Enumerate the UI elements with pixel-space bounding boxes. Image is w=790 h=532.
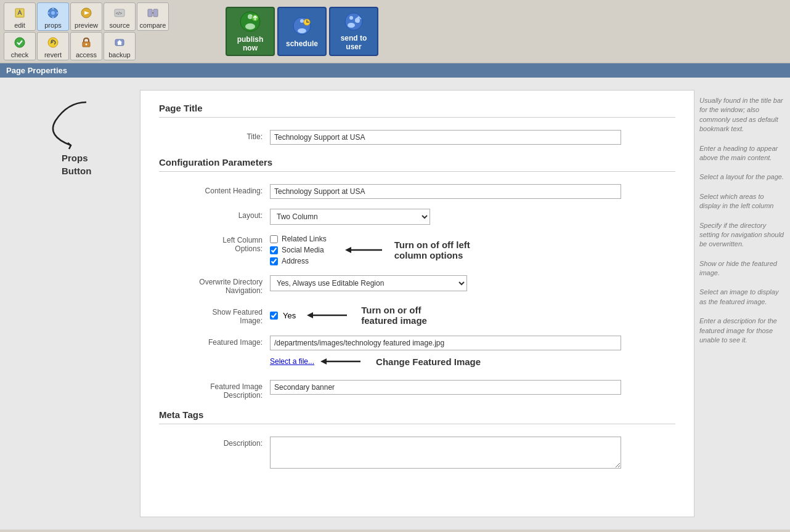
- svg-point-26: [349, 16, 353, 20]
- send-to-user-button[interactable]: send to user: [329, 7, 378, 56]
- overwrite-dir-row: Overwrite DirectoryNavigation: Yes, Alwa…: [159, 275, 675, 295]
- svg-point-2: [51, 11, 55, 15]
- content-heading-label: Content Heading:: [159, 184, 270, 195]
- related-links-checkbox[interactable]: [270, 235, 278, 243]
- svg-point-23: [298, 28, 306, 33]
- title-control: [270, 130, 675, 145]
- description-control: [270, 437, 675, 470]
- svg-point-19: [245, 23, 255, 30]
- publish-group: publish now schedule: [226, 7, 378, 56]
- preview-button[interactable]: preview: [70, 2, 102, 31]
- featured-image-row: Featured Image: Select a file... Change …: [159, 336, 675, 370]
- show-featured-checkbox[interactable]: [270, 312, 278, 320]
- left-annotation-area: PropsButton: [0, 78, 136, 530]
- svg-point-4: [52, 16, 54, 18]
- address-checkbox[interactable]: [270, 257, 278, 265]
- svg-rect-10: [148, 9, 152, 17]
- overwrite-dir-select[interactable]: Yes, Always use Editable Region No, Use …: [270, 275, 467, 291]
- svg-point-12: [15, 38, 25, 47]
- meta-tags-section: Meta Tags: [159, 409, 675, 424]
- overwrite-dir-help: Specify if the directory setting for nav…: [699, 221, 785, 249]
- featured-image-label: Featured Image:: [159, 336, 270, 347]
- svg-point-5: [48, 12, 50, 14]
- show-featured-row: Show FeaturedImage: Yes Turn on or offfe…: [159, 305, 675, 326]
- svg-point-25: [345, 13, 362, 30]
- source-icon: </>: [112, 6, 127, 20]
- check-button[interactable]: check: [4, 32, 36, 60]
- content-heading-control: [270, 184, 675, 199]
- left-column-row: Left ColumnOptions: Related Links Social…: [159, 235, 675, 265]
- svg-rect-11: [153, 9, 158, 17]
- page-title-section: Page Title: [159, 103, 675, 118]
- show-featured-help: Show or hide the featured image.: [699, 259, 785, 278]
- show-featured-control: Yes Turn on or offfeatured image: [270, 305, 675, 326]
- svg-point-15: [86, 43, 88, 45]
- svg-point-28: [355, 18, 360, 23]
- svg-point-3: [52, 7, 54, 9]
- featured-image-control: Select a file... Change Featured Image: [270, 336, 675, 370]
- source-button[interactable]: </> source: [104, 2, 136, 31]
- revert-icon: [46, 35, 60, 50]
- show-featured-yes-label: Yes: [283, 311, 296, 320]
- svg-text:</>: </>: [116, 11, 122, 15]
- check-icon: [12, 35, 27, 50]
- props-button[interactable]: props: [37, 2, 69, 31]
- svg-point-27: [348, 23, 355, 28]
- left-column-checkboxes: Related Links Social Media Address: [270, 235, 327, 265]
- svg-point-13: [48, 38, 58, 47]
- layout-control: Two Column One Column Three Column: [270, 209, 675, 225]
- compare-button[interactable]: compare: [137, 2, 169, 31]
- social-media-checkbox-item: Social Media: [270, 246, 327, 254]
- featured-image-desc-help: Enter a description for the featured ima…: [699, 316, 785, 345]
- show-featured-annotation: Turn on or offfeatured image: [361, 305, 427, 326]
- featured-image-desc-row: Featured ImageDescription:: [159, 380, 675, 400]
- description-label: Description:: [159, 437, 270, 448]
- left-column-annotation: Turn on of off leftcolumn options: [394, 240, 470, 260]
- svg-marker-30: [307, 312, 313, 318]
- layout-row: Layout: Two Column One Column Three Colu…: [159, 209, 675, 225]
- publish-now-button[interactable]: publish now: [226, 7, 275, 56]
- svg-point-22: [300, 19, 304, 23]
- social-media-checkbox[interactable]: [270, 246, 278, 254]
- main-content: PropsButton Page Title Title: Configurat…: [0, 78, 790, 530]
- layout-label: Layout:: [159, 209, 270, 220]
- featured-image-help: Select an image to display as the featur…: [699, 288, 785, 307]
- form-panel: Page Title Title: Configuration Paramete…: [140, 90, 694, 517]
- left-column-help: Select which areas to display in the lef…: [699, 192, 785, 211]
- description-row: Description:: [159, 437, 675, 470]
- layout-select[interactable]: Two Column One Column Three Column: [270, 209, 430, 225]
- toolbar: edit props: [0, 0, 790, 63]
- compare-icon: [145, 6, 160, 20]
- content-heading-help: Enter a heading to appear above the main…: [699, 144, 785, 163]
- description-textarea[interactable]: [270, 437, 621, 469]
- content-heading-input[interactable]: [270, 184, 621, 199]
- help-panel: Usually found in the title bar for the w…: [694, 90, 790, 517]
- content-heading-row: Content Heading:: [159, 184, 675, 199]
- backup-button[interactable]: backup: [104, 32, 136, 60]
- edit-button[interactable]: edit: [4, 2, 36, 31]
- svg-point-6: [57, 12, 59, 14]
- featured-image-annotation: Change Featured Image: [376, 357, 481, 367]
- access-button[interactable]: access: [70, 32, 102, 60]
- show-featured-label: Show FeaturedImage:: [159, 305, 270, 325]
- featured-image-desc-control: [270, 380, 675, 395]
- props-arrow-annotation: [37, 96, 117, 176]
- page-properties-bar: Page Properties: [0, 63, 790, 78]
- overwrite-dir-label: Overwrite DirectoryNavigation:: [159, 275, 270, 295]
- send-to-user-icon: [343, 12, 365, 31]
- props-icon: [46, 6, 60, 20]
- revert-button[interactable]: revert: [37, 32, 69, 60]
- access-icon: [79, 35, 94, 50]
- featured-image-desc-input[interactable]: [270, 380, 621, 395]
- publish-now-icon: [239, 10, 261, 33]
- schedule-button[interactable]: schedule: [277, 7, 327, 56]
- config-section: Configuration Parameters: [159, 157, 675, 172]
- title-input[interactable]: [270, 130, 621, 145]
- svg-marker-29: [345, 247, 351, 253]
- related-links-checkbox-item: Related Links: [270, 235, 327, 243]
- overwrite-dir-control: Yes, Always use Editable Region No, Use …: [270, 275, 675, 291]
- preview-icon: [79, 6, 94, 20]
- featured-image-input[interactable]: [270, 336, 621, 350]
- edit-icon: [12, 6, 27, 20]
- select-file-link[interactable]: Select a file...: [270, 357, 314, 366]
